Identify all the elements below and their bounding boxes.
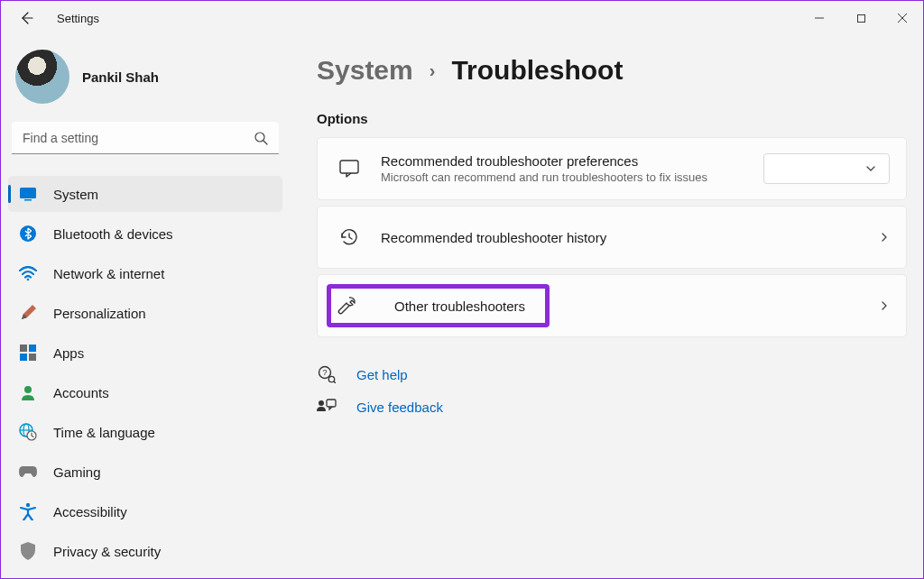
chevron-down-icon bbox=[865, 163, 876, 174]
gamepad-icon bbox=[19, 463, 37, 481]
avatar bbox=[15, 50, 69, 104]
svg-rect-10 bbox=[20, 345, 27, 352]
accessibility-icon bbox=[19, 502, 37, 520]
person-icon bbox=[19, 383, 37, 401]
nav-label: Accounts bbox=[53, 385, 109, 400]
link-text: Give feedback bbox=[356, 400, 443, 415]
apps-icon bbox=[19, 344, 37, 362]
minimize-button[interactable] bbox=[799, 4, 840, 32]
nav-label: Personalization bbox=[53, 306, 146, 321]
highlight-annotation: Other troubleshooters bbox=[327, 284, 550, 327]
nav-time-language[interactable]: Time & language bbox=[8, 414, 282, 450]
nav-gaming[interactable]: Gaming bbox=[8, 454, 282, 490]
card-troubleshooter-history[interactable]: Recommended troubleshooter history bbox=[317, 206, 907, 269]
arrow-left-icon bbox=[19, 11, 33, 25]
svg-point-14 bbox=[24, 386, 32, 393]
globe-clock-icon bbox=[19, 423, 37, 441]
get-help-link[interactable]: ? Get help bbox=[317, 364, 907, 384]
svg-point-19 bbox=[26, 503, 30, 507]
wrench-icon bbox=[335, 294, 358, 317]
svg-line-24 bbox=[334, 381, 336, 383]
main-content: System › Troubleshoot Options Recommende… bbox=[290, 35, 923, 578]
shield-icon bbox=[19, 542, 37, 560]
nav-label: Network & internet bbox=[53, 266, 164, 281]
svg-rect-1 bbox=[857, 14, 864, 22]
minimize-icon bbox=[814, 13, 825, 23]
svg-rect-26 bbox=[327, 400, 336, 407]
footer-links: ? Get help Give feedback bbox=[317, 364, 907, 417]
nav-network[interactable]: Network & internet bbox=[8, 255, 282, 291]
feedback-icon bbox=[317, 397, 337, 417]
window-title: Settings bbox=[57, 12, 99, 25]
breadcrumb-current: Troubleshoot bbox=[451, 55, 623, 86]
nav-label: Time & language bbox=[53, 425, 155, 440]
bluetooth-icon bbox=[19, 225, 37, 243]
svg-rect-13 bbox=[29, 354, 36, 361]
help-icon: ? bbox=[317, 364, 337, 384]
system-icon bbox=[19, 185, 37, 203]
back-button[interactable] bbox=[17, 9, 35, 27]
close-button[interactable] bbox=[882, 4, 923, 32]
chevron-right-icon: › bbox=[430, 60, 436, 81]
speech-bubble-icon bbox=[337, 157, 361, 180]
nav-label: Bluetooth & devices bbox=[53, 226, 173, 242]
card-subtitle: Microsoft can recommend and run troubles… bbox=[381, 170, 749, 184]
chevron-right-icon bbox=[879, 232, 890, 243]
nav-apps[interactable]: Apps bbox=[8, 335, 282, 371]
titlebar: Settings bbox=[1, 1, 923, 35]
card-title: Other troubleshooters bbox=[394, 299, 525, 314]
wifi-icon bbox=[19, 264, 37, 282]
search-input[interactable] bbox=[12, 122, 279, 154]
link-text: Get help bbox=[356, 367, 408, 382]
history-icon bbox=[337, 225, 361, 249]
preferences-dropdown[interactable] bbox=[763, 153, 890, 184]
profile-section[interactable]: Pankil Shah bbox=[8, 44, 282, 116]
window-controls bbox=[799, 4, 923, 32]
card-recommended-preferences[interactable]: Recommended troubleshooter preferences M… bbox=[317, 137, 907, 200]
nav-personalization[interactable]: Personalization bbox=[8, 295, 282, 331]
card-title: Recommended troubleshooter preferences bbox=[381, 153, 749, 169]
svg-rect-6 bbox=[20, 188, 36, 198]
svg-point-9 bbox=[27, 279, 30, 280]
svg-rect-11 bbox=[29, 345, 36, 352]
chevron-right-icon bbox=[879, 300, 890, 311]
breadcrumb-parent[interactable]: System bbox=[317, 55, 413, 86]
nav-label: Gaming bbox=[53, 464, 101, 480]
paintbrush-icon bbox=[19, 304, 37, 322]
give-feedback-link[interactable]: Give feedback bbox=[317, 397, 907, 417]
profile-name: Pankil Shah bbox=[82, 69, 159, 85]
nav-list: System Bluetooth & devices Network & int… bbox=[8, 176, 282, 569]
nav-label: Accessibility bbox=[53, 504, 127, 519]
nav-accounts[interactable]: Accounts bbox=[8, 374, 282, 410]
svg-point-23 bbox=[328, 376, 334, 381]
card-other-troubleshooters[interactable]: Other troubleshooters bbox=[317, 274, 907, 337]
nav-accessibility[interactable]: Accessibility bbox=[8, 493, 282, 529]
nav-label: Apps bbox=[53, 345, 84, 361]
svg-text:?: ? bbox=[322, 368, 327, 377]
sidebar: Pankil Shah System Bluetooth & devices N… bbox=[1, 35, 290, 578]
nav-privacy[interactable]: Privacy & security bbox=[8, 533, 282, 569]
svg-rect-12 bbox=[20, 354, 27, 361]
svg-point-25 bbox=[319, 400, 324, 406]
maximize-button[interactable] bbox=[840, 4, 882, 32]
nav-bluetooth[interactable]: Bluetooth & devices bbox=[8, 216, 282, 252]
nav-label: Privacy & security bbox=[53, 544, 161, 559]
section-heading: Options bbox=[317, 111, 907, 126]
nav-label: System bbox=[53, 187, 98, 202]
card-title: Recommended troubleshooter history bbox=[381, 230, 864, 245]
nav-system[interactable]: System bbox=[8, 176, 282, 212]
search-field-wrap bbox=[12, 122, 279, 154]
svg-rect-20 bbox=[340, 161, 358, 173]
svg-rect-7 bbox=[24, 199, 32, 201]
maximize-icon bbox=[856, 14, 866, 23]
close-icon bbox=[897, 13, 908, 23]
breadcrumb: System › Troubleshoot bbox=[317, 55, 907, 86]
